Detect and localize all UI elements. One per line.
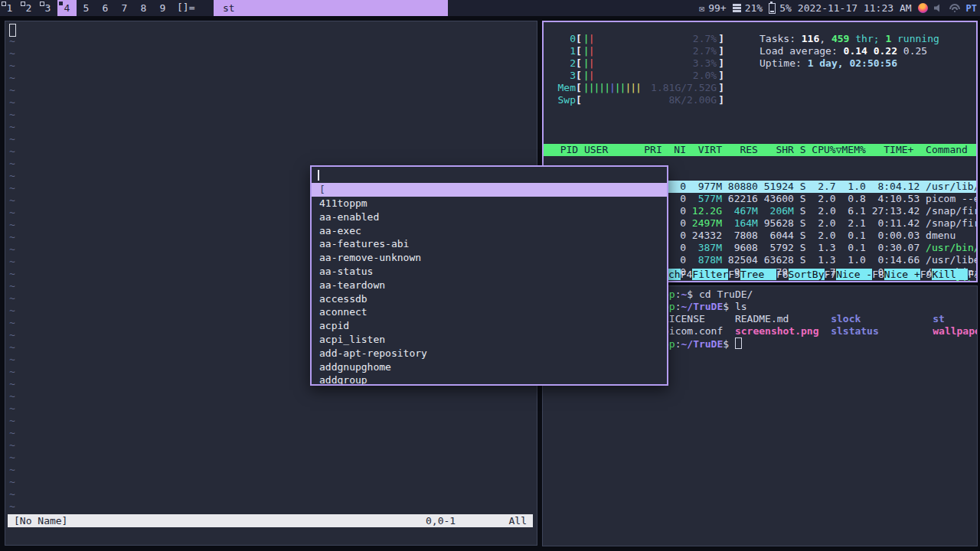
dmenu-item[interactable]: acpi_listen — [312, 333, 667, 347]
fkey-label[interactable]: Tree — [740, 269, 776, 280]
fkey-label[interactable]: SortBy — [789, 269, 825, 280]
vim-scroll-indicator: All — [509, 514, 527, 527]
fkey-F7[interactable]: F7 — [825, 269, 837, 280]
fkey-label[interactable]: Kill — [932, 269, 968, 280]
focused-window-title: st — [214, 0, 448, 16]
dmenu-item[interactable]: 411toppm — [312, 197, 667, 210]
mail-icon: ✉ — [699, 4, 704, 13]
htop-summary: Tasks: 116, 459 thr; 1 runningLoad avera… — [760, 33, 939, 70]
disk-icon — [733, 4, 741, 6]
firefox-tray-icon[interactable] — [918, 3, 928, 13]
terminal-output: op:~$ cd TruDE/op:~/TruDE$ lsLICENSE REA… — [663, 289, 978, 350]
status-bar: 123456789 []= st ✉ 99+ 21% 5% 2022-11-17… — [0, 0, 980, 16]
dmenu-item-list: 411toppmaa-enabledaa-execaa-features-abi… — [312, 197, 667, 386]
mail-count: 99+ — [708, 2, 726, 14]
datetime: 2022-11-17 11:23 AM — [798, 2, 912, 14]
dmenu-item[interactable]: aa-enabled — [312, 210, 667, 224]
dmenu-input[interactable] — [312, 167, 667, 183]
bar-tag-1[interactable]: 1 — [0, 0, 19, 16]
storage-status: 21% — [733, 2, 763, 14]
layout-symbol[interactable]: []= — [177, 2, 194, 13]
fkey-F9[interactable]: F9 — [920, 269, 933, 280]
dmenu-item[interactable]: aa-status — [312, 265, 667, 279]
bar-tag-4[interactable]: 4 — [57, 0, 77, 16]
status-segment: ✉ 99+ 21% 5% 2022-11-17 11:23 AM PT — [699, 0, 977, 16]
vim-filename: [No Name] — [8, 515, 67, 527]
desktop: { "bar": { "tags": [ {"label":"1","ind":… — [0, 0, 980, 551]
fkey-label[interactable]: Nice + — [884, 269, 920, 280]
dmenu-item[interactable]: aa-exec — [312, 224, 667, 238]
dmenu-item[interactable]: aconnect — [312, 305, 667, 319]
bar-tag-3[interactable]: 3 — [38, 0, 57, 16]
bar-tag-8[interactable]: 8 — [134, 0, 153, 16]
fkey-F6[interactable]: F6 — [776, 269, 789, 280]
bar-tag-9[interactable]: 9 — [153, 0, 172, 16]
dmenu-item[interactable]: aa-features-abi — [312, 237, 667, 251]
vim-cursor-position: 0,0-1 — [426, 514, 456, 527]
dmenu-item[interactable]: add-apt-repository — [312, 347, 667, 360]
battery-icon — [769, 3, 776, 14]
dmenu-item[interactable]: addgnupghome — [312, 360, 667, 374]
keyboard-layout-indicator[interactable]: PT — [966, 3, 977, 14]
workspace-tags: 123456789 — [0, 0, 172, 16]
mail-status: ✉ 99+ — [699, 2, 727, 14]
dmenu-launcher[interactable]: [ 411toppmaa-enabledaa-execaa-features-a… — [310, 165, 668, 386]
htop-table-header[interactable]: PID USER PRI NI VIRT RES SHR S CPU%▽MEM%… — [544, 144, 976, 156]
bar-tag-5[interactable]: 5 — [77, 0, 96, 16]
bar-tag-7[interactable]: 7 — [115, 0, 134, 16]
htop-meters: 0[||2.7%]1[||2.7%]2[||3.3%]3[||2.0%]Mem[… — [548, 33, 724, 106]
fkey-label[interactable]: Filter — [692, 269, 728, 280]
volume-icon[interactable] — [934, 4, 943, 12]
bar-tag-2[interactable]: 2 — [19, 0, 38, 16]
dmenu-text-cursor — [318, 170, 319, 181]
dmenu-item[interactable]: addgroup — [312, 373, 667, 386]
storage-percent: 21% — [745, 2, 763, 14]
dmenu-item[interactable]: aa-remove-unknown — [312, 251, 667, 265]
dmenu-item[interactable]: acpid — [312, 319, 667, 333]
fkey-F8[interactable]: F8 — [872, 269, 884, 280]
dmenu-selected-item[interactable]: [ — [312, 183, 667, 197]
fkey-label[interactable]: Nice - — [836, 269, 872, 280]
fkey-label[interactable]: ch — [668, 269, 681, 280]
vim-empty-lines: ~~~~~~~~~~~~~~~~~~~~~~~~~~~~~~~~~~~~~~~ — [9, 35, 15, 513]
fkey-F4[interactable]: F4 — [681, 269, 693, 280]
wifi-icon[interactable] — [949, 4, 960, 12]
bar-tag-6[interactable]: 6 — [96, 0, 115, 16]
dmenu-item[interactable]: accessdb — [312, 292, 667, 306]
fkey-F5[interactable]: F5 — [728, 269, 740, 280]
battery-status: 5% — [769, 2, 792, 14]
fkey-F1[interactable]: F1 — [968, 269, 978, 280]
vim-statusline: [No Name] 0,0-1 All — [8, 514, 533, 527]
battery-percent: 5% — [779, 2, 792, 14]
dmenu-item[interactable]: aa-teardown — [312, 279, 667, 292]
